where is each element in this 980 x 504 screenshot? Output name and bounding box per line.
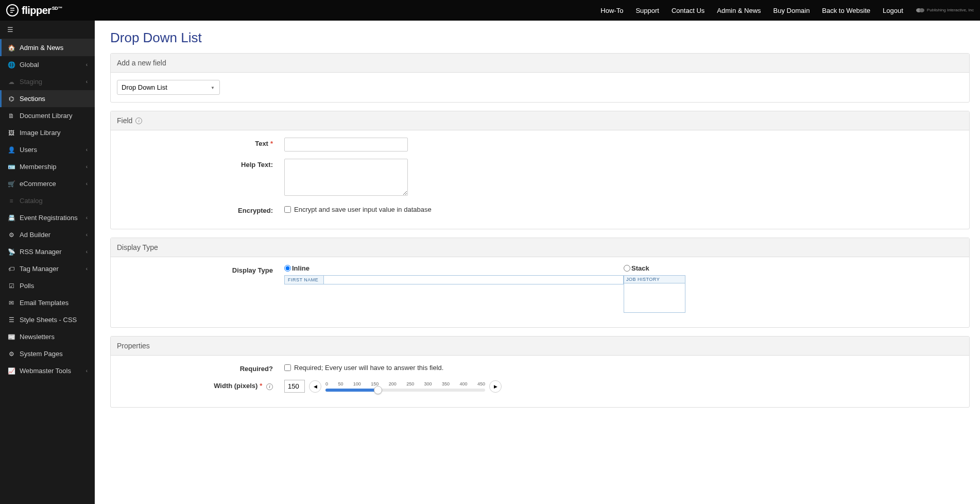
panel-field-header: Field i	[111, 111, 969, 130]
sidebar-item-label: RSS Manager	[20, 248, 62, 256]
required-label: Required?	[117, 363, 284, 373]
inline-radio-label[interactable]: Inline	[284, 264, 624, 272]
panel-add-field-header: Add a new field	[111, 54, 969, 73]
tag-icon: 🏷	[7, 265, 15, 273]
sidebar-item-system-pages[interactable]: ⚙System Pages	[0, 345, 95, 362]
cart-icon: 🛒	[7, 180, 15, 188]
slider-tick: 300	[424, 381, 432, 387]
width-value-input[interactable]	[284, 380, 305, 393]
sidebar-item-label: Image Library	[20, 129, 60, 137]
header-nav: How-To Support Contact Us Admin & News B…	[600, 7, 974, 14]
sidebar-item-email-templates[interactable]: ✉Email Templates	[0, 294, 95, 311]
sidebar-item-label: Users	[20, 146, 37, 154]
field-type-select[interactable]: Drop Down List	[117, 80, 220, 95]
sidebar-item-label: Tag Manager	[20, 265, 59, 273]
display-option-inline: Inline FIRST NAME	[284, 264, 624, 313]
check-icon: ☑	[7, 282, 15, 290]
nav-buy-domain[interactable]: Buy Domain	[773, 7, 810, 14]
slider-increment[interactable]: ▶	[489, 380, 502, 393]
sidebar-item-ecommerce[interactable]: 🛒eCommerce‹	[0, 175, 95, 192]
width-slider: ◀ 050100150200250300350400450 ▶	[284, 380, 963, 393]
calendar-icon: 📇	[7, 214, 15, 222]
slider-track[interactable]: 050100150200250300350400450	[325, 381, 485, 392]
info-icon[interactable]: i	[135, 117, 142, 124]
stack-radio-label[interactable]: Stack	[624, 264, 963, 272]
sidebar-item-image-library[interactable]: 🖼Image Library	[0, 124, 95, 141]
panel-properties: Properties Required? Required; Every use…	[110, 336, 970, 408]
inline-preview: FIRST NAME	[284, 275, 624, 284]
encrypted-checkbox-label: Encrypt and save user input value in dat…	[294, 206, 432, 213]
sidebar-item-rss-manager[interactable]: 📡RSS Manager‹	[0, 243, 95, 260]
slider-decrement[interactable]: ◀	[309, 380, 321, 393]
required-checkbox[interactable]	[284, 364, 291, 371]
sidebar-toggle[interactable]: ☰	[0, 21, 95, 39]
slider-tick: 400	[459, 381, 467, 387]
text-input[interactable]	[284, 138, 408, 152]
sidebar-item-global[interactable]: 🌐Global‹	[0, 56, 95, 73]
cog-icon: ⚙	[7, 350, 15, 358]
stack-preview-label: JOB HISTORY	[624, 276, 685, 283]
sidebar-item-polls[interactable]: ☑Polls	[0, 277, 95, 294]
nav-support[interactable]: Support	[635, 7, 659, 14]
help-text-label: Help Text:	[117, 159, 284, 169]
info-icon[interactable]: i	[266, 383, 273, 390]
nav-howto[interactable]: How-To	[600, 7, 623, 14]
slider-tick: 0	[325, 381, 328, 387]
main-content: Drop Down List Add a new field Drop Down…	[95, 21, 980, 431]
sidebar-item-admin-news[interactable]: 🏠Admin & News	[0, 39, 95, 56]
svg-point-1	[919, 8, 924, 12]
list-icon: ≡	[7, 197, 15, 205]
logo-icon	[6, 4, 19, 16]
required-checkbox-row[interactable]: Required; Every user will have to answer…	[284, 363, 963, 372]
globe-icon: 🌐	[7, 61, 15, 69]
inline-preview-input	[324, 276, 360, 284]
sidebar-item-document-library[interactable]: 🗎Document Library	[0, 107, 95, 124]
chevron-left-icon: ‹	[86, 215, 88, 221]
chevron-left-icon: ‹	[86, 147, 88, 153]
mail-icon: ✉	[7, 299, 15, 307]
slider-tick: 350	[442, 381, 450, 387]
sidebar-item-ad-builder[interactable]: ⚙Ad Builder‹	[0, 226, 95, 243]
rss-icon: 📡	[7, 248, 15, 256]
sidebar-item-label: Global	[20, 61, 39, 69]
stack-radio[interactable]	[624, 265, 630, 272]
nav-contact[interactable]: Contact Us	[672, 7, 704, 14]
home-icon: 🏠	[7, 44, 15, 52]
sidebar-item-label: Event Registrations	[20, 214, 78, 222]
chart-icon: 📈	[7, 367, 15, 375]
sidebar-item-style-sheets-css[interactable]: ☰Style Sheets - CSS	[0, 311, 95, 328]
logo-text: flipperSD™	[22, 5, 62, 16]
nav-back-to-website[interactable]: Back to Website	[822, 7, 870, 14]
sidebar-item-label: Ad Builder	[20, 231, 50, 239]
sidebar-item-staging: ☁Staging‹	[0, 73, 95, 90]
sidebar-item-label: Catalog	[20, 197, 43, 205]
encrypted-checkbox-row[interactable]: Encrypt and save user input value in dat…	[284, 205, 963, 213]
nav-admin-news[interactable]: Admin & News	[717, 7, 761, 14]
slider-handle[interactable]	[374, 386, 382, 394]
sidebar-item-event-registrations[interactable]: 📇Event Registrations‹	[0, 209, 95, 226]
help-text-input[interactable]	[284, 159, 408, 196]
doc-icon: 🗎	[7, 112, 15, 120]
panel-add-field: Add a new field Drop Down List	[110, 53, 970, 103]
user-icon: 👤	[7, 146, 15, 154]
hamburger-icon: ☰	[7, 26, 13, 33]
sidebar-item-newsletters[interactable]: 📰Newsletters	[0, 328, 95, 345]
sidebar-item-label: Admin & News	[20, 44, 63, 52]
sidebar-item-membership[interactable]: 🪪Membership‹	[0, 158, 95, 175]
page-title: Drop Down List	[110, 21, 970, 53]
sidebar-item-users[interactable]: 👤Users‹	[0, 141, 95, 158]
chevron-left-icon: ‹	[86, 164, 88, 170]
encrypted-checkbox[interactable]	[284, 206, 291, 213]
display-type-label: Display Type	[117, 264, 284, 274]
sidebar-item-tag-manager[interactable]: 🏷Tag Manager‹	[0, 260, 95, 277]
inline-preview-label: FIRST NAME	[285, 276, 324, 284]
sidebar-item-sections[interactable]: ⌬Sections	[0, 90, 95, 107]
nav-logout[interactable]: Logout	[883, 7, 903, 14]
inline-radio[interactable]	[284, 265, 291, 272]
sidebar: ☰ 🏠Admin & News🌐Global‹☁Staging‹⌬Section…	[0, 21, 95, 431]
sidebar-item-label: System Pages	[20, 350, 63, 358]
chevron-left-icon: ‹	[86, 181, 88, 187]
stack-preview-input	[624, 283, 685, 312]
sidebar-item-webmaster-tools[interactable]: 📈Webmaster Tools‹	[0, 362, 95, 379]
panel-field: Field i Text* Help Text: Encrypted: Encr…	[110, 111, 970, 229]
